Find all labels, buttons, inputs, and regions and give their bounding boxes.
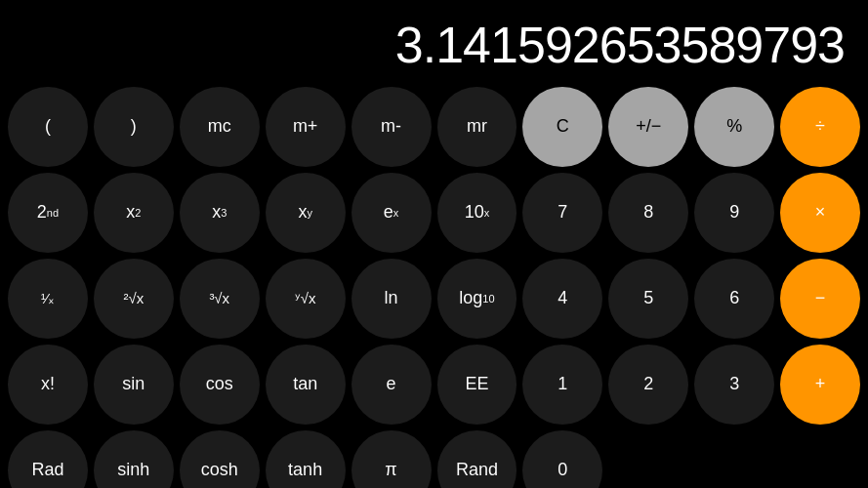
add-button[interactable]: + xyxy=(780,345,860,425)
0-button[interactable]: 0 xyxy=(522,430,602,488)
6-button[interactable]: 6 xyxy=(694,259,774,339)
close-paren-button[interactable]: ) xyxy=(94,87,174,167)
cosh-button[interactable]: cosh xyxy=(180,430,260,488)
m-plus-button[interactable]: m+ xyxy=(266,87,346,167)
9-button[interactable]: 9 xyxy=(694,173,774,253)
2nd-button[interactable]: 2nd xyxy=(8,173,88,253)
plus-minus-button[interactable]: +/− xyxy=(608,87,688,167)
x-cubed-button[interactable]: x3 xyxy=(180,173,260,253)
multiply-button[interactable]: × xyxy=(780,173,860,253)
cos-button[interactable]: cos xyxy=(180,345,260,425)
button-grid: ()mcm+m-mrC+/−%÷2ndx2x3xyex10x789×¹⁄ₓ²√x… xyxy=(0,83,868,488)
clear-button[interactable]: C xyxy=(522,87,602,167)
ln-button[interactable]: ln xyxy=(351,259,432,339)
sinh-button[interactable]: sinh xyxy=(94,430,174,488)
log10-button[interactable]: log10 xyxy=(437,259,517,339)
divide-button[interactable]: ÷ xyxy=(780,87,860,167)
reciprocal-button[interactable]: ¹⁄ₓ xyxy=(8,259,88,339)
x-squared-button[interactable]: x2 xyxy=(94,173,174,253)
percent-button[interactable]: % xyxy=(694,87,774,167)
mc-button[interactable]: mc xyxy=(180,87,260,167)
10-to-x-button[interactable]: 10x xyxy=(437,173,517,253)
subtract-button[interactable]: − xyxy=(780,259,860,339)
sqrt-button[interactable]: ²√x xyxy=(94,259,174,339)
sin-button[interactable]: sin xyxy=(94,345,174,425)
e-button[interactable]: e xyxy=(351,345,432,425)
m-minus-button[interactable]: m- xyxy=(351,87,432,167)
8-button[interactable]: 8 xyxy=(608,173,688,253)
tan-button[interactable]: tan xyxy=(266,345,346,425)
7-button[interactable]: 7 xyxy=(522,173,602,253)
ee-button[interactable]: EE xyxy=(437,345,517,425)
factorial-button[interactable]: x! xyxy=(8,345,88,425)
display-value: 3.141592653589793 xyxy=(395,16,845,74)
2-button[interactable]: 2 xyxy=(608,345,688,425)
3-button[interactable]: 3 xyxy=(694,345,774,425)
rand-button[interactable]: Rand xyxy=(437,430,517,488)
pi-button[interactable]: π xyxy=(351,430,432,488)
mr-button[interactable]: mr xyxy=(437,87,517,167)
tanh-button[interactable]: tanh xyxy=(266,430,346,488)
4-button[interactable]: 4 xyxy=(522,259,602,339)
rad-button[interactable]: Rad xyxy=(8,430,88,488)
5-button[interactable]: 5 xyxy=(608,259,688,339)
cbrt-button[interactable]: ³√x xyxy=(180,259,260,339)
open-paren-button[interactable]: ( xyxy=(8,87,88,167)
1-button[interactable]: 1 xyxy=(522,345,602,425)
x-to-y-button[interactable]: xy xyxy=(266,173,346,253)
yth-root-button[interactable]: ʸ√x xyxy=(266,259,346,339)
e-to-x-button[interactable]: ex xyxy=(351,173,432,253)
display: 3.141592653589793 xyxy=(0,0,868,83)
